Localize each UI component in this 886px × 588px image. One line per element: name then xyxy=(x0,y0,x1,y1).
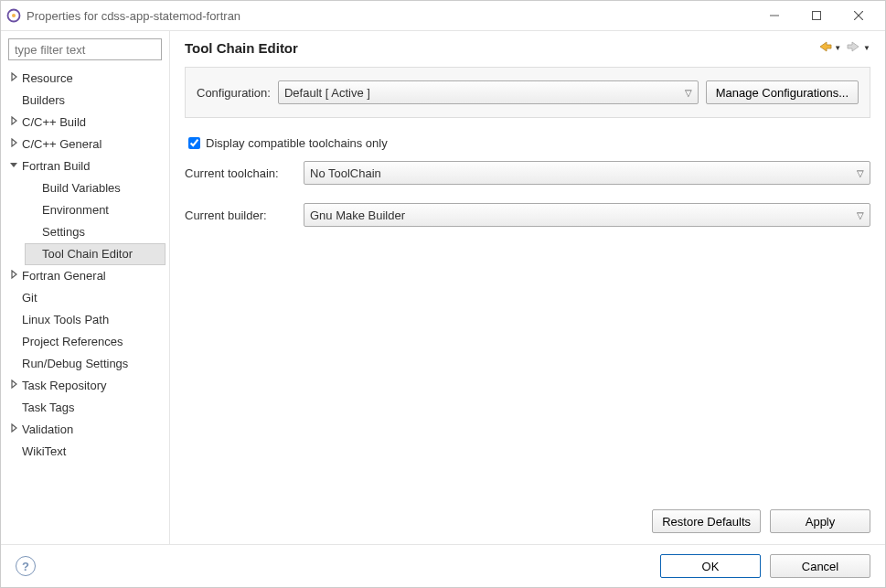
tree-item-settings[interactable]: Settings xyxy=(25,221,165,243)
chevron-down-icon: ▽ xyxy=(857,168,864,178)
tree-item-fortran-build[interactable]: Fortran Build xyxy=(5,155,165,177)
tree-item-label: Fortran Build xyxy=(20,156,91,176)
tree-item-c-c-general[interactable]: C/C++ General xyxy=(5,134,165,155)
window-title: Properties for cdss-app-statemod-fortran xyxy=(27,9,753,23)
tree-item-label: Git xyxy=(20,288,39,308)
current-builder-value: Gnu Make Builder xyxy=(310,208,405,222)
chevron-down-icon: ▽ xyxy=(685,88,692,98)
restore-defaults-button[interactable]: Restore Defaults xyxy=(652,509,761,533)
tree-item-label: Task Tags xyxy=(20,398,77,418)
tree-item-resource[interactable]: Resource xyxy=(5,68,165,90)
nav-tree: ResourceBuildersC/C++ BuildC/C++ General… xyxy=(5,68,165,463)
tree-item-environment[interactable]: Environment xyxy=(25,199,165,221)
tree-item-label: Builders xyxy=(20,91,67,111)
expand-icon[interactable] xyxy=(7,134,20,155)
close-button[interactable] xyxy=(838,2,880,29)
nav-forward-icon xyxy=(847,40,861,56)
tree-item-fortran-general[interactable]: Fortran General xyxy=(5,265,165,287)
tree-item-project-references[interactable]: Project References xyxy=(5,331,165,353)
current-toolchain-value: No ToolChain xyxy=(310,166,381,180)
tree-item-label: WikiText xyxy=(20,442,68,462)
page-title: Tool Chain Editor xyxy=(185,40,812,56)
tree-item-wikitext[interactable]: WikiText xyxy=(5,441,165,463)
svg-point-1 xyxy=(12,14,16,17)
help-icon[interactable]: ? xyxy=(16,556,36,576)
nav-forward-menu-icon[interactable]: ▼ xyxy=(863,44,870,52)
tree-item-build-variables[interactable]: Build Variables xyxy=(25,177,165,199)
tree-item-c-c-build[interactable]: C/C++ Build xyxy=(5,112,165,134)
tree-item-label: Project References xyxy=(20,332,125,352)
main-panel: Tool Chain Editor ▼ ▼ xyxy=(170,31,885,544)
tree-item-label: Task Repository xyxy=(20,376,108,396)
tree-item-tool-chain-editor[interactable]: Tool Chain Editor xyxy=(25,243,165,265)
current-builder-label: Current builder: xyxy=(185,208,304,222)
expand-icon[interactable] xyxy=(7,112,20,133)
minimize-button[interactable] xyxy=(753,2,795,29)
tree-item-git[interactable]: Git xyxy=(5,287,165,309)
nav-history: ▼ ▼ xyxy=(812,40,870,56)
configuration-label: Configuration: xyxy=(197,86,271,100)
collapse-icon[interactable] xyxy=(7,156,20,176)
filter-input[interactable] xyxy=(8,38,162,60)
cancel-button[interactable]: Cancel xyxy=(770,554,870,578)
footer: ? OK Cancel xyxy=(1,544,885,587)
svg-rect-3 xyxy=(813,12,821,20)
manage-configurations-button[interactable]: Manage Configurations... xyxy=(706,80,859,104)
expand-icon[interactable] xyxy=(7,376,20,396)
current-toolchain-select[interactable]: No ToolChain ▽ xyxy=(304,161,870,185)
sidebar: ResourceBuildersC/C++ BuildC/C++ General… xyxy=(1,31,170,544)
tree-item-task-tags[interactable]: Task Tags xyxy=(5,397,165,419)
tree-item-label: Linux Tools Path xyxy=(20,310,111,330)
maximize-button[interactable] xyxy=(795,2,838,29)
tree-item-label: Fortran General xyxy=(20,266,108,286)
tree-item-label: Tool Chain Editor xyxy=(40,244,134,264)
ok-button[interactable]: OK xyxy=(660,554,761,578)
configuration-value: Default [ Active ] xyxy=(284,86,370,100)
current-builder-select[interactable]: Gnu Make Builder ▽ xyxy=(304,203,870,227)
tree-item-task-repository[interactable]: Task Repository xyxy=(5,375,165,397)
expand-icon[interactable] xyxy=(7,420,20,440)
configuration-select[interactable]: Default [ Active ] ▽ xyxy=(278,80,699,104)
tree-item-run-debug-settings[interactable]: Run/Debug Settings xyxy=(5,353,165,375)
tree-item-linux-tools-path[interactable]: Linux Tools Path xyxy=(5,309,165,331)
tree-item-label: Validation xyxy=(20,420,75,440)
tree-item-builders[interactable]: Builders xyxy=(5,90,165,112)
tree-item-label: Build Variables xyxy=(40,178,123,198)
window-controls xyxy=(753,2,880,29)
chevron-down-icon: ▽ xyxy=(857,210,864,220)
nav-back-menu-icon[interactable]: ▼ xyxy=(834,44,841,52)
current-toolchain-label: Current toolchain: xyxy=(185,166,304,180)
tree-item-label: C/C++ Build xyxy=(20,112,88,133)
tree-item-label: Environment xyxy=(40,200,111,220)
tree-item-label: Run/Debug Settings xyxy=(20,354,130,374)
compatible-only-label[interactable]: Display compatible toolchains only xyxy=(206,136,388,150)
tree-item-label: C/C++ General xyxy=(20,134,103,155)
compatible-only-checkbox[interactable] xyxy=(188,137,200,149)
tree-item-label: Settings xyxy=(40,222,87,242)
configuration-panel: Configuration: Default [ Active ] ▽ Mana… xyxy=(185,67,870,118)
apply-button[interactable]: Apply xyxy=(770,509,870,533)
tree-item-label: Resource xyxy=(20,69,75,89)
tree-item-validation[interactable]: Validation xyxy=(5,419,165,441)
expand-icon[interactable] xyxy=(7,69,20,89)
titlebar: Properties for cdss-app-statemod-fortran xyxy=(1,1,885,30)
nav-back-icon[interactable] xyxy=(817,40,832,56)
app-icon xyxy=(6,8,21,23)
expand-icon[interactable] xyxy=(7,266,20,286)
